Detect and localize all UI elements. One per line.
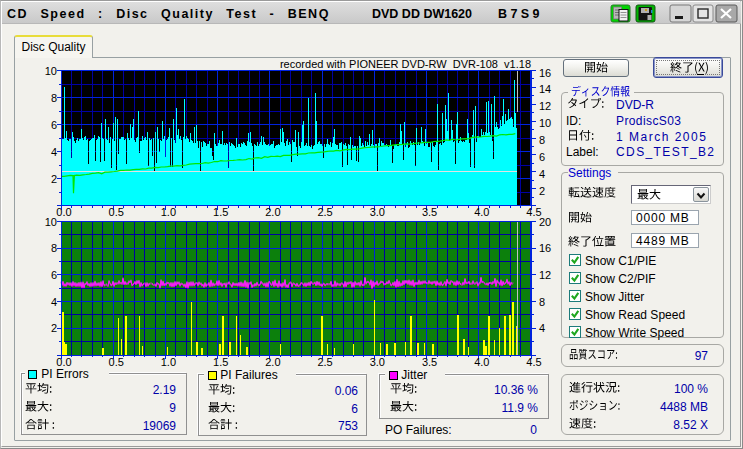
svg-text:8: 8 [539,296,545,308]
svg-text:4: 4 [539,168,545,180]
svg-text:0.5: 0.5 [109,356,124,368]
svg-text:6: 6 [51,119,57,131]
svg-text:12: 12 [539,269,551,281]
svg-text:1.0: 1.0 [161,356,176,368]
svg-text:1.0: 1.0 [161,206,176,218]
svg-text:12: 12 [539,100,551,112]
svg-text:4.0: 4.0 [474,206,489,218]
svg-text:20: 20 [539,216,551,228]
svg-text:3.5: 3.5 [422,206,437,218]
svg-text:0.5: 0.5 [109,206,124,218]
svg-text:4.5: 4.5 [526,356,541,368]
svg-text:6: 6 [51,269,57,281]
svg-text:4: 4 [51,146,57,158]
svg-text:recorded with PIONEER DVD-RW: recorded with PIONEER DVD-RW DVR-108 v1.… [280,58,531,70]
svg-text:10: 10 [45,65,57,77]
svg-text:1.5: 1.5 [213,356,228,368]
svg-text:2.0: 2.0 [265,356,280,368]
svg-text:4: 4 [51,296,57,308]
svg-text:6: 6 [539,151,545,163]
svg-text:2.5: 2.5 [317,356,332,368]
svg-text:8: 8 [51,242,57,254]
svg-text:2.5: 2.5 [317,206,332,218]
svg-text:16: 16 [539,242,551,254]
svg-text:8: 8 [539,134,545,146]
svg-text:3.5: 3.5 [422,356,437,368]
svg-text:3.0: 3.0 [370,356,385,368]
svg-text:10: 10 [539,117,551,129]
svg-text:3.0: 3.0 [370,206,385,218]
svg-text:4.0: 4.0 [474,356,489,368]
svg-text:14: 14 [539,83,551,95]
svg-text:4: 4 [539,322,545,334]
svg-text:0.0: 0.0 [56,206,71,218]
svg-text:2: 2 [51,322,57,334]
svg-text:16: 16 [539,67,551,79]
svg-text:1.5: 1.5 [213,206,228,218]
svg-text:8: 8 [51,92,57,104]
svg-text:2: 2 [539,185,545,197]
svg-text:10: 10 [45,216,57,228]
svg-text:2.0: 2.0 [265,206,280,218]
svg-text:2: 2 [51,173,57,185]
